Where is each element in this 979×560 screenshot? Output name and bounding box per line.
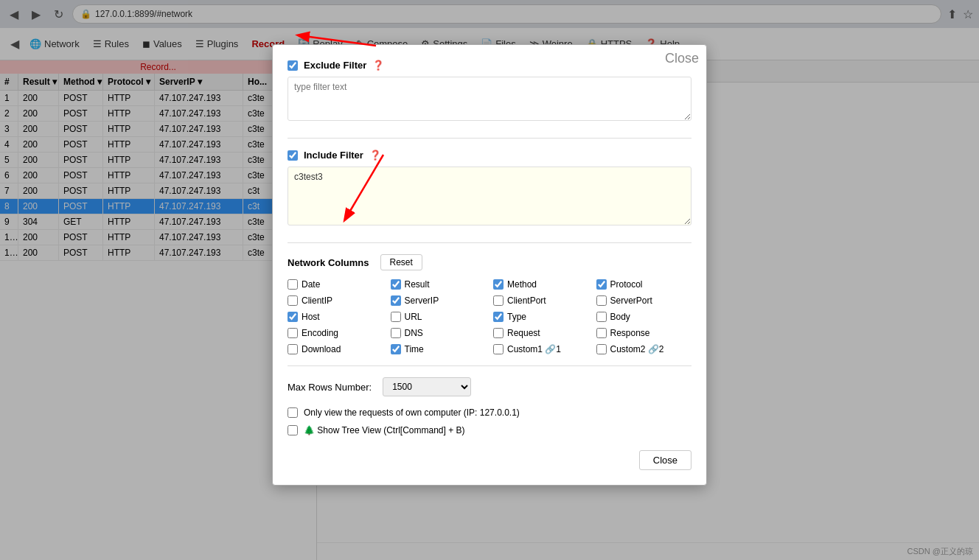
column-option-url: URL <box>391 312 487 322</box>
col-label-time[interactable]: Time <box>405 344 424 354</box>
own-computer-checkbox[interactable] <box>288 407 298 418</box>
col-checkbox-date[interactable] <box>288 279 298 290</box>
include-filter-section: Include Filter ❓ c3test3 <box>288 150 691 228</box>
col-checkbox-dns[interactable] <box>391 328 401 338</box>
col-checkbox-type[interactable] <box>493 312 504 322</box>
col-checkbox-clientport[interactable] <box>493 295 504 306</box>
col-label-download[interactable]: Download <box>302 344 341 354</box>
column-option-date: Date <box>288 279 383 290</box>
max-rows-select[interactable]: 500100015002000500010000 <box>383 377 471 396</box>
exclude-filter-header: Exclude Filter ❓ <box>288 60 691 71</box>
include-filter-label[interactable]: Include Filter <box>304 150 363 161</box>
include-filter-header: Include Filter ❓ <box>288 150 691 161</box>
column-option-custom1: Custom1 🔗1 <box>493 344 589 354</box>
column-option-custom2: Custom2 🔗2 <box>596 344 692 354</box>
column-option-clientport: ClientPort <box>493 295 589 306</box>
column-option-dns: DNS <box>391 328 487 338</box>
col-checkbox-host[interactable] <box>288 312 298 322</box>
column-option-response: Response <box>596 328 692 338</box>
column-option-serverport: ServerPort <box>596 295 692 306</box>
col-checkbox-request[interactable] <box>493 328 504 338</box>
col-label-protocol[interactable]: Protocol <box>610 279 643 290</box>
own-computer-label[interactable]: Only view the requests of own computer (… <box>304 407 520 418</box>
tree-view-option: 🌲 Show Tree View (Ctrl[Command] + B) <box>288 425 691 435</box>
columns-grid: Date Result Method Protocol ClientIP Ser… <box>288 279 691 354</box>
col-checkbox-result[interactable] <box>391 279 401 290</box>
columns-header: Network Columns Reset <box>288 254 691 270</box>
col-label-serverip[interactable]: ServerIP <box>405 295 439 306</box>
col-label-body[interactable]: Body <box>610 312 630 322</box>
col-checkbox-serverip[interactable] <box>391 295 401 306</box>
col-label-url[interactable]: URL <box>405 312 422 322</box>
col-label-request[interactable]: Request <box>507 328 540 338</box>
col-label-serverport[interactable]: ServerPort <box>610 295 652 306</box>
divider-2 <box>288 242 691 243</box>
column-option-result: Result <box>391 279 487 290</box>
exclude-filter-section: Exclude Filter ❓ <box>288 60 691 123</box>
modal-dialog: Close Exclude Filter ❓ Include Filter ❓ … <box>272 44 707 486</box>
col-checkbox-url[interactable] <box>391 312 401 322</box>
col-checkbox-clientip[interactable] <box>288 295 298 306</box>
include-filter-input[interactable]: c3test3 <box>288 167 691 225</box>
tree-view-checkbox[interactable] <box>288 425 298 435</box>
col-label-result[interactable]: Result <box>405 279 430 290</box>
col-checkbox-custom2[interactable] <box>596 344 607 354</box>
exclude-filter-label[interactable]: Exclude Filter <box>304 60 366 71</box>
column-option-request: Request <box>493 328 589 338</box>
column-option-clientip: ClientIP <box>288 295 383 306</box>
modal-footer: Close <box>288 443 691 470</box>
include-filter-checkbox[interactable] <box>288 150 298 161</box>
col-checkbox-serverport[interactable] <box>596 295 607 306</box>
modal-close-button[interactable]: Close <box>665 51 699 66</box>
col-label-clientip[interactable]: ClientIP <box>302 295 332 306</box>
col-label-encoding[interactable]: Encoding <box>302 328 338 338</box>
exclude-filter-input[interactable] <box>288 77 691 121</box>
col-label-date[interactable]: Date <box>302 279 320 290</box>
col-checkbox-download[interactable] <box>288 344 298 354</box>
col-label-method[interactable]: Method <box>507 279 537 290</box>
col-checkbox-encoding[interactable] <box>288 328 298 338</box>
divider-1 <box>288 138 691 139</box>
col-label-host[interactable]: Host <box>302 312 320 322</box>
column-option-method: Method <box>493 279 589 290</box>
max-rows-label: Max Rows Number: <box>288 382 372 393</box>
column-option-body: Body <box>596 312 692 322</box>
exclude-help-icon: ❓ <box>372 60 384 71</box>
col-label-response[interactable]: Response <box>610 328 650 338</box>
column-option-host: Host <box>288 312 383 322</box>
reset-columns-button[interactable]: Reset <box>380 254 422 270</box>
own-computer-option: Only view the requests of own computer (… <box>288 407 691 418</box>
column-option-type: Type <box>493 312 589 322</box>
column-option-protocol: Protocol <box>596 279 692 290</box>
col-checkbox-custom1[interactable] <box>493 344 504 354</box>
column-option-time: Time <box>391 344 487 354</box>
column-option-download: Download <box>288 344 383 354</box>
col-label-type[interactable]: Type <box>507 312 526 322</box>
include-help-icon: ❓ <box>369 150 381 161</box>
col-checkbox-time[interactable] <box>391 344 401 354</box>
col-checkbox-body[interactable] <box>596 312 607 322</box>
col-checkbox-protocol[interactable] <box>596 279 607 290</box>
modal-overlay[interactable]: Close Exclude Filter ❓ Include Filter ❓ … <box>0 0 979 560</box>
close-modal-button[interactable]: Close <box>639 450 691 470</box>
max-rows-section: Max Rows Number: 50010001500200050001000… <box>288 377 691 396</box>
column-option-serverip: ServerIP <box>391 295 487 306</box>
exclude-filter-checkbox[interactable] <box>288 60 298 71</box>
column-option-encoding: Encoding <box>288 328 383 338</box>
col-label-clientport[interactable]: ClientPort <box>507 295 546 306</box>
col-checkbox-response[interactable] <box>596 328 607 338</box>
col-label-custom1[interactable]: Custom1 🔗1 <box>507 344 561 354</box>
columns-title: Network Columns <box>288 257 369 268</box>
divider-3 <box>288 365 691 366</box>
tree-view-label[interactable]: 🌲 Show Tree View (Ctrl[Command] + B) <box>304 425 465 435</box>
col-checkbox-method[interactable] <box>493 279 504 290</box>
col-label-custom2[interactable]: Custom2 🔗2 <box>610 344 664 354</box>
col-label-dns[interactable]: DNS <box>405 328 423 338</box>
